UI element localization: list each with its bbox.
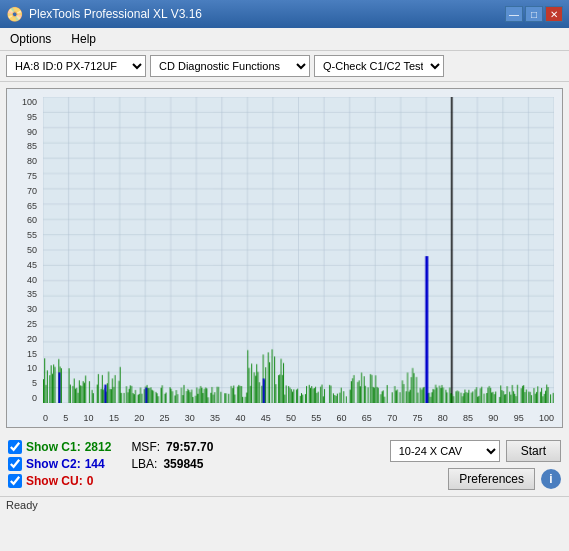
y-axis: 100 95 90 85 80 75 70 65 60 55 50 45 40 …	[7, 97, 41, 403]
show-c2-checkbox[interactable]	[8, 457, 22, 471]
lba-value: 359845	[163, 457, 203, 471]
lba-row: LBA: 359845	[131, 457, 213, 471]
chart-area: 100 95 90 85 80 75 70 65 60 55 50 45 40 …	[6, 88, 563, 428]
checkbox-group: Show C1: 2812 Show C2: 144 Show CU: 0	[8, 440, 111, 488]
menu-bar: Options Help	[0, 28, 569, 51]
toolbar: HA:8 ID:0 PX-712UF CD Diagnostic Functio…	[0, 51, 569, 82]
maximize-button[interactable]: □	[525, 6, 543, 22]
window-controls: — □ ✕	[505, 6, 563, 22]
speed-select[interactable]: 10-24 X CAV 1 X CLV 2 X CLV 4 X CLV 8 X …	[390, 440, 500, 462]
cu-label: Show CU:	[26, 474, 83, 488]
menu-help[interactable]: Help	[65, 30, 102, 48]
preferences-button[interactable]: Preferences	[448, 468, 535, 490]
start-button[interactable]: Start	[506, 440, 561, 462]
info-button[interactable]: i	[541, 469, 561, 489]
c1-value: 2812	[85, 440, 112, 454]
function-select[interactable]: CD Diagnostic Functions	[150, 55, 310, 77]
show-cu-checkbox[interactable]	[8, 474, 22, 488]
status-bar: Ready	[0, 496, 569, 513]
cu-value: 0	[87, 474, 94, 488]
c2-row: Show C2: 144	[8, 457, 111, 471]
msf-value: 79:57.70	[166, 440, 213, 454]
title-bar: 📀 PlexTools Professional XL V3.16 — □ ✕	[0, 0, 569, 28]
drive-select[interactable]: HA:8 ID:0 PX-712UF	[6, 55, 146, 77]
c2-label: Show C2:	[26, 457, 81, 471]
menu-options[interactable]: Options	[4, 30, 57, 48]
chart-canvas	[43, 97, 554, 403]
cu-row: Show CU: 0	[8, 474, 111, 488]
minimize-button[interactable]: —	[505, 6, 523, 22]
speed-start-row: 10-24 X CAV 1 X CLV 2 X CLV 4 X CLV 8 X …	[390, 440, 561, 462]
c1-row: Show C1: 2812	[8, 440, 111, 454]
status-text: Ready	[6, 499, 38, 511]
x-axis: 0 5 10 15 20 25 30 35 40 45 50 55 60 65 …	[43, 413, 554, 423]
msf-group: MSF: 79:57.70 LBA: 359845	[131, 440, 213, 471]
lba-label: LBA:	[131, 457, 157, 471]
test-select[interactable]: Q-Check C1/C2 Test	[314, 55, 444, 77]
status-panel: Show C1: 2812 Show C2: 144 Show CU: 0 MS…	[0, 434, 569, 496]
right-panel: 10-24 X CAV 1 X CLV 2 X CLV 4 X CLV 8 X …	[390, 440, 561, 490]
app-icon: 📀	[6, 6, 23, 22]
msf-label: MSF:	[131, 440, 160, 454]
c1-label: Show C1:	[26, 440, 81, 454]
show-c1-checkbox[interactable]	[8, 440, 22, 454]
preferences-row: Preferences i	[448, 468, 561, 490]
app-title: PlexTools Professional XL V3.16	[29, 7, 202, 21]
close-button[interactable]: ✕	[545, 6, 563, 22]
msf-row: MSF: 79:57.70	[131, 440, 213, 454]
c2-value: 144	[85, 457, 105, 471]
